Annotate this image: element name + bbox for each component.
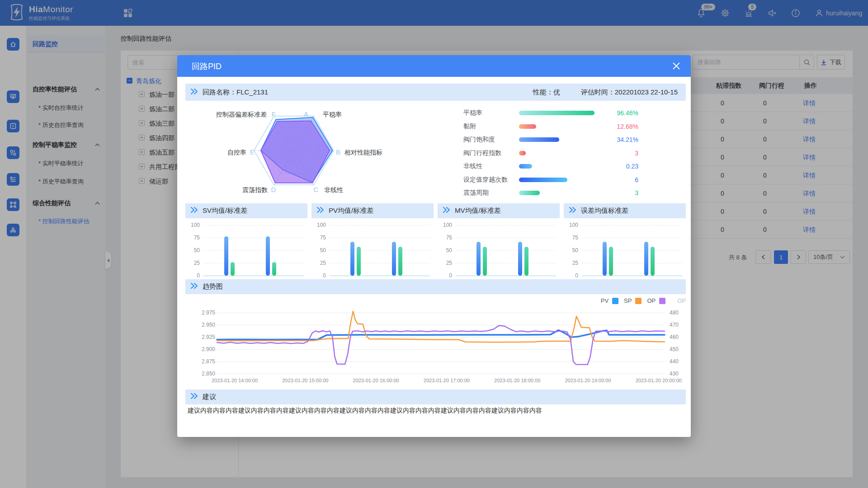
gridline <box>330 250 430 251</box>
double-chevron-icon <box>442 206 450 215</box>
right-tick: 440 <box>670 358 688 365</box>
metric-bar <box>519 137 559 142</box>
metric-label: 平稳率 <box>463 109 518 117</box>
metric-value: 12.68% <box>595 123 638 130</box>
axis-line <box>582 276 682 276</box>
metric-value: 3 <box>595 150 638 157</box>
bar-标准差 <box>398 247 402 276</box>
gridline <box>456 250 556 251</box>
gridline <box>456 225 556 225</box>
legend-swatch <box>612 298 618 304</box>
bar-chart: 1007550250 <box>185 218 307 282</box>
y-tick: 75 <box>438 235 452 241</box>
section-title: PV均值/标准差 <box>329 206 373 215</box>
radar-axis-label: 平稳率 <box>323 111 342 118</box>
radar-axis-label: 控制器偏差标准差 <box>216 111 267 118</box>
y-tick: 50 <box>311 247 326 253</box>
bar-均值 <box>644 242 648 276</box>
left-tick: 2.850 <box>185 371 215 377</box>
bar-均值 <box>518 242 522 276</box>
gridline <box>330 238 430 238</box>
y-tick: 100 <box>438 222 452 228</box>
loop-pid-modal: 回路PID 回路名称：FLC_2131 性能：优 评估时间：202201023 … <box>177 55 691 437</box>
y-tick: 100 <box>564 222 578 228</box>
metric-label: 阀门饱和度 <box>463 136 518 144</box>
close-icon[interactable] <box>672 62 680 70</box>
gridline <box>330 263 430 263</box>
bar-标准差 <box>231 262 235 276</box>
metric-label: 非线性 <box>463 162 518 170</box>
gridline <box>330 225 430 225</box>
metric-label: 设定值穿越次数 <box>463 176 518 184</box>
radar-vertex-F: F <box>271 110 275 118</box>
suggestion-section-header: 建议 <box>185 389 686 404</box>
suggestion-title: 建议 <box>203 393 216 401</box>
right-tick: 460 <box>670 334 688 340</box>
bar-均值 <box>350 242 354 276</box>
right-tick: 430 <box>670 371 688 377</box>
legend-label: PV <box>601 297 609 304</box>
bar-标准差 <box>483 247 487 276</box>
legend-item: OP <box>647 297 665 304</box>
metric-value: 0.23 <box>595 163 638 170</box>
axis-line <box>456 276 556 276</box>
radar-axis-label: 相对性能指标 <box>344 149 382 156</box>
section-header: 误差均值标准差 <box>564 203 686 218</box>
section-title: SV均值/标准差 <box>203 206 247 215</box>
left-tick: 2.950 <box>185 322 215 328</box>
y-tick: 50 <box>438 247 452 253</box>
y-tick: 25 <box>311 260 326 266</box>
right-axis-label: OP <box>677 297 686 304</box>
legend-label: OP <box>647 297 656 304</box>
bar-均值 <box>476 242 481 276</box>
metric-bar <box>519 164 532 169</box>
y-tick: 0 <box>311 272 326 279</box>
trend-title: 趋势图 <box>203 282 223 291</box>
y-tick: 25 <box>564 260 578 266</box>
y-tick: 25 <box>438 260 452 266</box>
y-tick: 75 <box>185 235 200 241</box>
section-header: SV均值/标准差 <box>185 203 307 218</box>
metric-value: 96.46% <box>595 109 638 117</box>
left-tick: 2.925 <box>185 334 215 340</box>
metric-bar <box>519 111 594 115</box>
double-chevron-icon <box>190 206 198 215</box>
y-tick: 0 <box>564 272 578 279</box>
left-tick: 2.875 <box>185 358 215 365</box>
y-tick: 75 <box>564 235 578 241</box>
y-tick: 50 <box>564 247 578 253</box>
legend-item: SP <box>624 297 642 304</box>
metric-label: 震荡周期 <box>463 189 518 197</box>
gridline <box>582 225 682 225</box>
bar-标准差 <box>609 247 613 276</box>
gridline <box>203 263 304 263</box>
loop-name: 回路名称：FLC_2131 <box>203 88 268 97</box>
bar-标准差 <box>272 262 276 276</box>
section-header: PV均值/标准差 <box>311 203 434 218</box>
y-tick: 25 <box>185 260 200 266</box>
legend-label: SP <box>624 297 632 304</box>
y-tick: 75 <box>311 235 326 241</box>
section-header: MV均值/标准差 <box>438 203 560 218</box>
bar-chart: 1007550250 <box>438 218 560 282</box>
gridline <box>582 250 682 251</box>
radar-axis-label: 非线性 <box>324 186 343 193</box>
gridline <box>456 263 556 263</box>
modal-header: 回路PID <box>177 55 691 77</box>
suggestion-text: 建议内容内容内容建议内容内容内容建议内容内容内容建议内容内容内容建议内容内容内容… <box>188 407 678 415</box>
metric-value: 6 <box>595 176 638 183</box>
double-chevron-icon <box>190 393 198 401</box>
double-chevron-icon <box>568 206 576 215</box>
right-tick: 470 <box>670 322 688 328</box>
modal-title: 回路PID <box>192 61 222 72</box>
double-chevron-icon <box>190 282 198 291</box>
gridline <box>203 250 304 251</box>
bar-均值 <box>603 242 607 276</box>
radar-chart: ABCDEF平稳率相对性能指标非线性震荡指数自控率控制器偏差标准差 <box>186 99 439 207</box>
trend-plot <box>217 308 665 380</box>
legend-swatch <box>659 298 665 304</box>
left-tick: 2.900 <box>185 346 215 352</box>
y-tick: 100 <box>311 222 326 228</box>
radar-vertex-B: B <box>336 148 340 156</box>
metric-value: 34.21% <box>595 136 638 143</box>
